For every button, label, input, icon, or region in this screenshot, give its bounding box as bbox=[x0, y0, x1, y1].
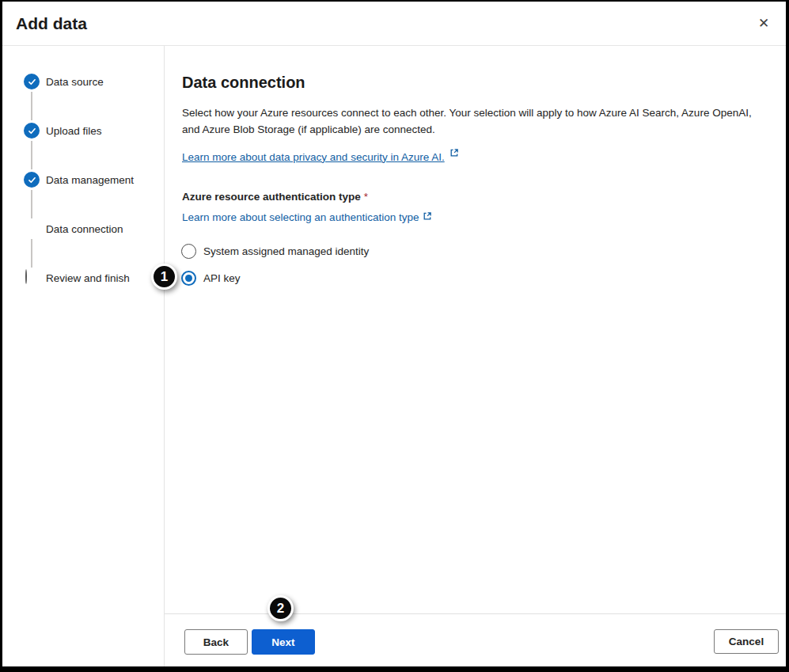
add-data-dialog: Add data ✕ Data source bbox=[2, 2, 786, 666]
step-connector bbox=[31, 239, 32, 268]
external-link-icon bbox=[423, 210, 432, 224]
wizard-stepper: Data source Upload files bbox=[2, 46, 165, 666]
footer-divider bbox=[165, 613, 786, 614]
radio-selected-icon[interactable] bbox=[181, 271, 196, 286]
annotation-badge-2: 2 bbox=[267, 595, 294, 621]
description-line-1: Select how your Azure resources connect … bbox=[182, 105, 768, 122]
check-icon bbox=[28, 78, 36, 86]
required-asterisk: * bbox=[364, 191, 368, 203]
dialog-header: Add data ✕ bbox=[2, 2, 786, 46]
step-label: Upload files bbox=[46, 125, 102, 137]
auth-learn-link-label[interactable]: Learn more about selecting an authentica… bbox=[182, 211, 419, 223]
stepper-step-data-source[interactable]: Data source bbox=[24, 74, 104, 89]
auth-type-label: Azure resource authentication type* bbox=[182, 191, 368, 203]
step-connector bbox=[31, 190, 32, 218]
back-button[interactable]: Back bbox=[184, 629, 248, 655]
stepper-step-upload-files[interactable]: Upload files bbox=[24, 123, 102, 139]
stepper-step-data-connection[interactable]: Data connection bbox=[24, 221, 123, 237]
external-link-icon bbox=[450, 146, 459, 161]
step-connector bbox=[31, 141, 32, 169]
radio-api-key[interactable]: API key bbox=[181, 270, 241, 286]
radio-unselected-icon[interactable] bbox=[181, 244, 196, 259]
step-label: Data management bbox=[46, 174, 134, 186]
content-description: Select how your Azure resources connect … bbox=[182, 105, 768, 138]
close-icon: ✕ bbox=[758, 15, 769, 31]
step-upcoming-icon bbox=[24, 270, 40, 286]
radio-label: System assigned managed identity bbox=[203, 245, 369, 257]
stepper-step-data-management[interactable]: Data management bbox=[24, 172, 134, 188]
dialog-title: Add data bbox=[16, 13, 87, 35]
privacy-link-label[interactable]: Learn more about data privacy and securi… bbox=[182, 151, 445, 163]
privacy-link[interactable]: Learn more about data privacy and securi… bbox=[182, 150, 459, 164]
close-button[interactable]: ✕ bbox=[753, 12, 775, 34]
step-label: Data source bbox=[46, 76, 104, 88]
step-complete-icon bbox=[24, 123, 40, 139]
cancel-button[interactable]: Cancel bbox=[714, 629, 779, 654]
step-current-icon bbox=[24, 221, 40, 237]
content-heading: Data connection bbox=[182, 72, 305, 93]
step-label: Data connection bbox=[46, 223, 123, 235]
auth-learn-link[interactable]: Learn more about selecting an authentica… bbox=[182, 210, 432, 224]
auth-type-label-text: Azure resource authentication type bbox=[182, 191, 361, 203]
check-icon bbox=[28, 176, 36, 184]
next-button[interactable]: Next bbox=[252, 629, 315, 655]
annotation-badge-1: 1 bbox=[151, 264, 177, 290]
check-icon bbox=[28, 127, 36, 135]
description-line-2: and Azure Blob Storage (if applicable) a… bbox=[182, 122, 768, 139]
stepper-step-review-and-finish: Review and finish bbox=[24, 270, 130, 286]
screenshot-frame: Add data ✕ Data source bbox=[0, 0, 789, 672]
step-connector bbox=[31, 92, 32, 120]
radio-system-assigned-identity[interactable]: System assigned managed identity bbox=[181, 243, 369, 259]
step-complete-icon bbox=[24, 74, 40, 89]
step-label: Review and finish bbox=[46, 272, 130, 284]
step-complete-icon bbox=[24, 172, 40, 188]
radio-label: API key bbox=[203, 272, 241, 284]
